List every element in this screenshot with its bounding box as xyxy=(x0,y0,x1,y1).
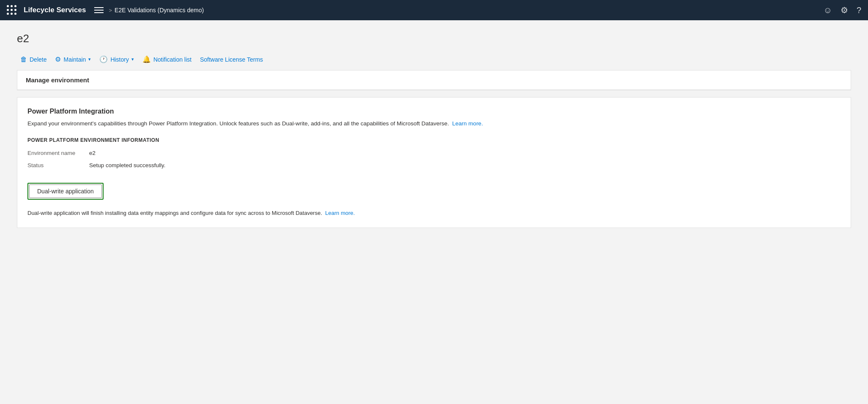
breadcrumb: > E2E Validations (Dynamics demo) xyxy=(109,7,204,14)
dual-write-desc-text: Dual-write application will finish insta… xyxy=(27,210,322,216)
history-button[interactable]: 🕐 History ▾ xyxy=(96,54,139,65)
app-title: Lifecycle Services xyxy=(24,6,86,14)
notification-list-button[interactable]: 🔔 Notification list xyxy=(139,54,197,65)
history-icon: 🕐 xyxy=(99,55,108,63)
status-value: Setup completed successfully. xyxy=(89,162,166,168)
history-chevron-icon: ▾ xyxy=(131,57,134,62)
manage-environment-header: Manage environment xyxy=(17,70,851,90)
manage-environment-panel: Manage environment xyxy=(17,70,851,90)
delete-label: Delete xyxy=(30,56,46,63)
maintain-button[interactable]: ⚙ Maintain ▾ xyxy=(52,54,96,65)
dual-write-learn-more-link[interactable]: Learn more. xyxy=(325,210,355,216)
breadcrumb-project: E2E Validations (Dynamics demo) xyxy=(115,7,204,14)
status-field: Status Setup completed successfully. xyxy=(27,162,841,168)
topbar: Lifecycle Services > E2E Validations (Dy… xyxy=(0,0,868,20)
ppi-card: Power Platform Integration Expand your e… xyxy=(17,97,851,228)
software-license-button[interactable]: Software License Terms xyxy=(197,54,268,65)
topbar-right: ☺ ⚙ ? xyxy=(823,5,861,15)
ppi-title: Power Platform Integration xyxy=(27,108,841,115)
history-label: History xyxy=(110,56,129,63)
app-launcher-icon[interactable] xyxy=(7,5,17,15)
maintain-icon: ⚙ xyxy=(55,55,61,63)
dual-write-button-wrap: Dual-write application xyxy=(27,183,104,200)
page-content: e2 🗑 Delete ⚙ Maintain ▾ 🕐 History ▾ 🔔 N… xyxy=(0,20,868,228)
maintain-label: Maintain xyxy=(63,56,86,63)
notification-icon: 🔔 xyxy=(142,55,151,63)
status-label: Status xyxy=(27,162,82,168)
ppi-section-title: POWER PLATFORM ENVIRONMENT INFORMATION xyxy=(27,137,841,143)
env-name-label: Environment name xyxy=(27,150,82,156)
dual-write-button[interactable]: Dual-write application xyxy=(29,184,102,198)
page-title: e2 xyxy=(17,32,851,45)
ppi-description: Expand your environment's capabilities t… xyxy=(27,119,841,128)
toolbar: 🗑 Delete ⚙ Maintain ▾ 🕐 History ▾ 🔔 Noti… xyxy=(17,54,851,70)
gear-icon[interactable]: ⚙ xyxy=(841,5,848,15)
env-name-value: e2 xyxy=(89,150,96,156)
software-license-label: Software License Terms xyxy=(200,56,263,63)
breadcrumb-arrow: > xyxy=(109,7,112,14)
help-icon[interactable]: ? xyxy=(857,5,861,15)
trash-icon: 🗑 xyxy=(20,56,27,63)
smiley-icon[interactable]: ☺ xyxy=(823,5,832,15)
env-name-field: Environment name e2 xyxy=(27,150,841,156)
delete-button[interactable]: 🗑 Delete xyxy=(17,54,52,65)
ppi-learn-more-link[interactable]: Learn more. xyxy=(452,120,483,127)
hamburger-menu[interactable] xyxy=(94,7,104,13)
ppi-description-text: Expand your environment's capabilities t… xyxy=(27,120,449,127)
maintain-chevron-icon: ▾ xyxy=(88,57,91,62)
dual-write-description: Dual-write application will finish insta… xyxy=(27,209,841,217)
notification-list-label: Notification list xyxy=(153,56,191,63)
